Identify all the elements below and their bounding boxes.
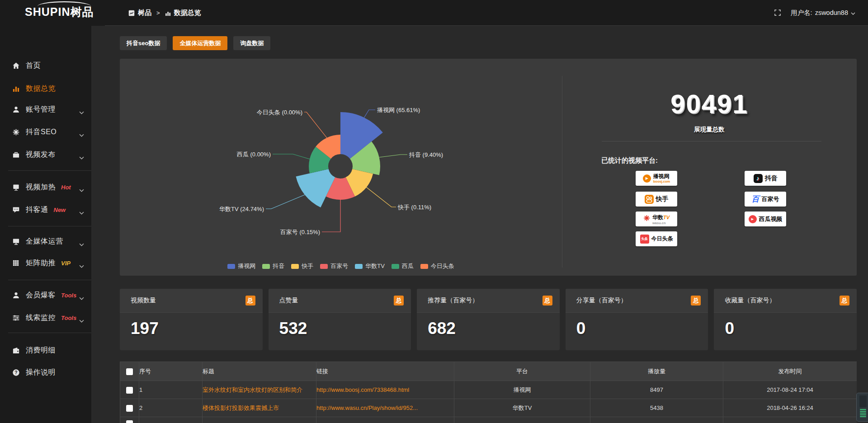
video-title-link[interactable]: 室外水纹灯和室内水纹灯的区别和简介	[203, 386, 302, 393]
baijiahao-logo-icon: 百	[752, 194, 760, 204]
stat-card-1: 点赞量总532	[269, 289, 411, 350]
sidebar-item-wallet[interactable]: 消费明细	[0, 341, 91, 359]
topbar-divider	[105, 25, 868, 26]
breadcrumb-separator: >	[156, 9, 160, 16]
sidebar-item-monitor[interactable]: 视频加热Hot	[0, 178, 91, 196]
label-line	[304, 112, 327, 138]
stat-card-header: 视频数量总	[120, 289, 263, 313]
sidebar-item-briefcase[interactable]: 视频发布	[0, 146, 91, 164]
tab-2[interactable]: 询盘数据	[233, 36, 270, 50]
sidebar-item-user[interactable]: 账号管理	[0, 100, 91, 118]
breadcrumb-current[interactable]: 数据总览	[174, 9, 201, 17]
user-menu[interactable]: 用户名: zswodun88	[791, 9, 855, 17]
pie-label: 今日头条 (0.00%)	[257, 109, 302, 116]
video-title-link[interactable]: 楼体投影灯投影效果震撼上市	[203, 404, 279, 411]
sidebar-divider	[8, 280, 91, 280]
cell-time: 2018-04-26 16:24	[723, 399, 857, 417]
bar-chart-icon	[165, 10, 171, 16]
sidebar-item-sliders[interactable]: 线索监控Tools	[0, 309, 91, 327]
legend-item[interactable]: 西瓜	[392, 262, 414, 270]
stat-card-header: 点赞量总	[269, 289, 411, 313]
label-line	[273, 154, 310, 159]
sidebar-item-chart[interactable]: 数据总览	[0, 80, 91, 98]
kuaishou-logo-icon	[645, 195, 654, 204]
chevron-down-icon	[79, 262, 84, 270]
videos-table: 序号标题链接平台播放量发布时间1室外水纹灯和室内水纹灯的区别和简介http://…	[120, 362, 857, 423]
sliders-icon	[12, 314, 20, 322]
video-url-link[interactable]: http://www.boosj.com/7338468.html	[316, 386, 409, 393]
stat-card-value: 197	[120, 313, 263, 338]
legend-item[interactable]: 百家号	[320, 262, 348, 270]
select-all-checkbox[interactable]	[126, 368, 133, 375]
legend-item[interactable]: 播视网	[227, 262, 255, 270]
sidebar-item-label: 抖音SEO	[26, 127, 57, 137]
total-badge: 总	[840, 296, 849, 306]
fullscreen-icon[interactable]	[774, 9, 781, 16]
sidebar-item-display[interactable]: 全媒体运营	[0, 232, 91, 250]
row-checkbox[interactable]	[126, 420, 133, 423]
platform-badge-boosj: ▶播视网boosj.com	[636, 171, 677, 186]
screen: SHUPIN树品 树品 > 数据总览 用户名: zswodun88 首页数据总览…	[0, 0, 868, 423]
col-time: 发布时间	[723, 362, 857, 381]
sidebar-divider	[8, 333, 91, 333]
sidebar-item-label: 抖客通	[26, 205, 48, 215]
stat-cards-row: 视频数量总197点赞量总532推荐量（百家号）总682分享量（百家号）总0收藏量…	[120, 289, 857, 350]
tab-0[interactable]: 抖音seo数据	[120, 36, 167, 50]
stat-card-value: 532	[269, 313, 411, 338]
legend-label: 播视网	[238, 262, 255, 270]
legend-swatch	[262, 264, 270, 269]
legend-swatch	[420, 264, 428, 269]
platforms-label: 已统计的视频平台:	[601, 156, 658, 165]
pie-slice[interactable]	[296, 169, 335, 207]
platform-badge-douyin: ♪抖音	[745, 171, 786, 186]
chevron-down-icon	[79, 131, 84, 139]
pie-label: 抖音 (9.40%)	[409, 151, 443, 158]
sidebar-item-gear[interactable]: 抖音SEO	[0, 123, 91, 141]
row-checkbox[interactable]	[126, 387, 133, 394]
video-url-link[interactable]: http://www.wasu.cn/Play/show/id/952...	[316, 404, 418, 411]
sidebar-item-label: 线索监控	[26, 313, 56, 323]
sidebar-item-member[interactable]: 会员爆客Tools	[0, 286, 91, 304]
sidebar-divider	[8, 170, 91, 171]
pie-label: 百家号 (0.15%)	[280, 229, 320, 235]
legend-item[interactable]: 抖音	[262, 262, 284, 270]
row-checkbox[interactable]	[126, 405, 133, 412]
sidebar-item-help[interactable]: ?操作说明	[0, 363, 91, 381]
label-line	[266, 195, 305, 209]
boosj-logo-icon: ▶	[643, 174, 651, 183]
logo-arc-decoration	[38, 1, 91, 11]
sidebar-item-home[interactable]: 首页	[0, 56, 91, 75]
gear-icon	[12, 128, 20, 136]
platform-badge-wasu: 华数TVwasu.cn	[636, 212, 677, 226]
wallet-icon	[12, 347, 20, 354]
sidebar-item-badge: VIP	[61, 260, 71, 267]
tab-1[interactable]: 全媒体运营数据	[173, 36, 227, 50]
sidebar-item-grid[interactable]: 矩阵助推VIP	[0, 254, 91, 272]
breadcrumb-root[interactable]: 树品	[138, 9, 151, 17]
total-impressions-label: 展现量总数	[562, 126, 857, 134]
wasu-logo-icon	[643, 215, 650, 223]
pie-label: 播视网 (65.61%)	[377, 107, 420, 113]
user-label: 用户名:	[791, 9, 812, 17]
stat-card-label: 视频数量	[131, 296, 156, 305]
legend-label: 快手	[302, 262, 313, 270]
stat-card-header: 推荐量（百家号）总	[417, 289, 560, 313]
legend-item[interactable]: 快手	[291, 262, 313, 270]
stat-card-value: 682	[417, 313, 560, 338]
topbar: SHUPIN树品 树品 > 数据总览 用户名: zswodun88	[0, 0, 868, 26]
cell-plays: 5438	[590, 399, 723, 417]
chart-legend: 播视网抖音快手百家号华数TV西瓜今日头条	[120, 262, 562, 270]
table-header-row: 序号标题链接平台播放量发布时间	[120, 362, 857, 381]
main-content: 抖音seo数据全媒体运营数据询盘数据 播视网 (65.61%)抖音 (9.40%…	[120, 26, 857, 423]
pie-label: 西瓜 (0.00%)	[237, 151, 271, 158]
legend-label: 西瓜	[402, 262, 414, 270]
col-plays: 播放量	[590, 362, 723, 381]
sidebar-item-chat[interactable]: 抖客通New	[0, 201, 91, 219]
total-badge: 总	[691, 296, 701, 306]
floating-widget[interactable]	[856, 393, 868, 422]
legend-item[interactable]: 华数TV	[355, 262, 385, 270]
legend-item[interactable]: 今日头条	[420, 262, 454, 270]
total-impressions-value: 90491	[562, 89, 857, 119]
stat-card-label: 推荐量（百家号）	[428, 296, 478, 305]
legend-swatch	[227, 264, 235, 269]
